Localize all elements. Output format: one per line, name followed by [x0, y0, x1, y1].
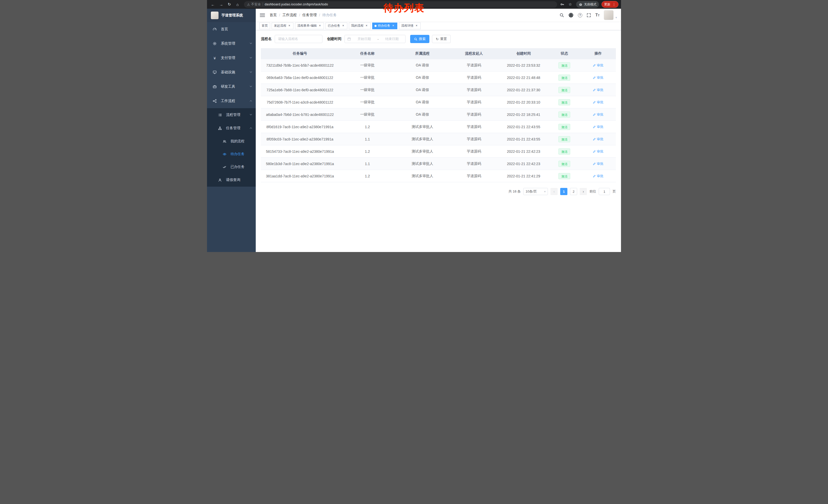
approve-button[interactable]: 审批	[593, 100, 604, 104]
sidebar-item-task-management[interactable]: 任务管理	[207, 122, 256, 135]
sidebar-item-devtools[interactable]: 研发工具	[207, 80, 256, 94]
font-size-icon[interactable]: TT	[595, 13, 600, 17]
approve-button[interactable]: 审批	[593, 75, 604, 80]
approve-button[interactable]: 审批	[593, 63, 604, 68]
starter-cell: 芋道源码	[449, 75, 499, 80]
starter-cell: 芋道源码	[449, 162, 499, 166]
browser-home-button[interactable]: ⌂	[234, 1, 241, 8]
avatar-caret-icon[interactable]: ▾	[615, 16, 617, 19]
close-icon[interactable]: ×	[288, 24, 291, 28]
tab-my-process[interactable]: 我的流程 ×	[349, 22, 371, 29]
status-badge: 激活	[558, 148, 570, 154]
breadcrumb-home[interactable]: 首页	[270, 13, 277, 17]
reset-button[interactable]: ↻ 重置	[432, 35, 451, 43]
search-icon[interactable]	[560, 13, 564, 17]
task-id-cell: 75d72608-7b7f-11ec-a3c8-acde48001122	[261, 100, 339, 104]
tab-todo-tasks[interactable]: 待办任务 ×	[372, 22, 397, 29]
goto-page-input[interactable]: 1	[599, 188, 610, 195]
approve-button[interactable]: 审批	[593, 137, 604, 141]
overlay-annotation: 待办列表	[383, 2, 424, 15]
sidebar-item-system[interactable]: 系统管理	[207, 36, 256, 51]
bookmark-star-icon[interactable]: ☆	[567, 1, 574, 8]
chevron-down-icon	[250, 85, 252, 87]
task-name-cell: 1.1	[339, 162, 396, 166]
eye-icon	[222, 152, 227, 156]
date-range-picker[interactable]: 开始日期 - 结束日期	[344, 35, 406, 43]
process-cell: OA 请假	[396, 100, 449, 104]
browser-refresh-button[interactable]: ↻	[226, 1, 233, 8]
approve-button[interactable]: 审批	[593, 149, 604, 154]
fullscreen-icon[interactable]	[587, 13, 591, 17]
sidebar-toggle-icon[interactable]	[260, 13, 265, 17]
approve-button[interactable]: 审批	[593, 88, 604, 92]
prev-page-button[interactable]: ‹	[550, 188, 557, 195]
close-icon[interactable]: ×	[365, 24, 368, 28]
approve-button[interactable]: 审批	[593, 162, 604, 166]
close-icon[interactable]: ×	[391, 24, 395, 28]
sidebar-item-home[interactable]: 首页	[207, 22, 256, 36]
approve-button[interactable]: 审批	[593, 125, 604, 129]
approve-button[interactable]: 审批	[593, 174, 604, 178]
next-page-button[interactable]: ›	[580, 188, 587, 195]
breadcrumb-workflow[interactable]: 工作流程	[282, 13, 297, 17]
status-badge: 激活	[558, 124, 570, 130]
active-dot-icon	[374, 25, 377, 27]
sidebar-item-payment[interactable]: ¥ 支付管理	[207, 51, 256, 65]
avatar[interactable]	[604, 10, 614, 20]
sidebar-item-todo-tasks[interactable]: 待办任务	[207, 148, 256, 161]
tab-form-edit[interactable]: 流程表单-编辑 ×	[295, 22, 324, 29]
tab-process-detail[interactable]: 流程详情 ×	[399, 22, 421, 29]
browser-back-button[interactable]: ←	[210, 1, 216, 8]
sidebar-item-label: 支付管理	[221, 56, 235, 60]
page-size-select[interactable]: 10条/页 ▾	[523, 188, 548, 195]
page-1-button[interactable]: 1	[560, 188, 567, 195]
help-icon[interactable]: ?	[578, 13, 582, 17]
sidebar-item-workflow[interactable]: 工作流程	[207, 94, 256, 108]
starter-cell: 芋道源码	[449, 174, 499, 178]
tab-label: 流程表单-编辑	[297, 24, 317, 28]
pencil-icon	[593, 101, 596, 104]
sidebar-item-my-process[interactable]: 我的流程	[207, 135, 256, 148]
workflow-submenu: 流程管理 任务管理 我的流程	[207, 108, 256, 187]
github-icon[interactable]	[569, 12, 574, 18]
approve-button[interactable]: 审批	[593, 112, 604, 117]
page-size-value: 10条/页	[526, 189, 537, 194]
process-name-input[interactable]: 请输入流程名	[275, 35, 322, 43]
chevron-down-icon	[250, 56, 252, 58]
tab-start-process[interactable]: 发起流程 ×	[272, 22, 293, 29]
sidebar-item-done-tasks[interactable]: 已办任务	[207, 161, 256, 173]
refresh-icon: ↻	[436, 37, 439, 41]
sidebar-item-infrastructure[interactable]: 基础设施	[207, 65, 256, 80]
sidebar-item-label: 已办任务	[231, 165, 244, 169]
task-id-cell: 73211d9d-7b9b-11ec-b5b7-acde48001122	[261, 63, 339, 67]
browser-forward-button[interactable]: →	[218, 1, 224, 8]
starter-cell: 芋道源码	[449, 112, 499, 117]
close-icon[interactable]: ×	[341, 24, 345, 28]
pencil-icon	[593, 64, 596, 67]
browser-menu-icon[interactable]: ⋮	[612, 2, 616, 6]
sidebar-item-process-management[interactable]: 流程管理	[207, 108, 256, 122]
not-secure-warning[interactable]: ⚠ 不安全	[247, 2, 261, 7]
password-key-icon[interactable]	[560, 2, 564, 6]
close-icon[interactable]: ×	[415, 24, 418, 28]
status-badge: 激活	[558, 99, 570, 105]
approve-label: 审批	[597, 149, 604, 154]
task-name-cell: 一级审批	[339, 63, 396, 68]
search-icon	[414, 37, 417, 41]
table-row: 75d72608-7b7f-11ec-a3c8-acde48001122 一级审…	[261, 96, 616, 108]
breadcrumb-current: 待办任务	[322, 13, 337, 17]
app-logo[interactable]: 芋道管理系统	[207, 9, 256, 22]
task-id-cell: 725a1eb6-7b88-11ec-8ef0-acde48001122	[261, 88, 339, 92]
sidebar-item-label: 待办任务	[231, 152, 244, 156]
tab-done-tasks[interactable]: 已办任务 ×	[326, 22, 347, 29]
tab-home[interactable]: 首页	[259, 22, 270, 29]
sidebar-item-label: 流程管理	[226, 112, 240, 117]
close-icon[interactable]: ×	[318, 24, 322, 28]
search-button[interactable]: 搜索	[410, 35, 429, 43]
page-2-button[interactable]: 2	[570, 188, 577, 195]
calendar-icon	[347, 37, 351, 41]
task-name-cell: 1.2	[339, 149, 396, 153]
sidebar-item-leave-query[interactable]: 请假查询	[207, 173, 256, 187]
browser-update-button[interactable]: 更新 ⋮	[602, 1, 618, 8]
breadcrumb-task-management[interactable]: 任务管理	[302, 13, 317, 17]
